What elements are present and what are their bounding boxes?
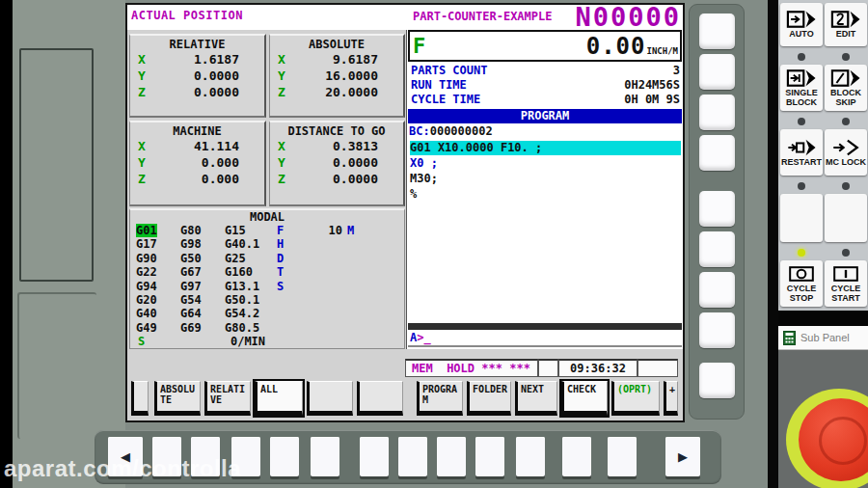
alarm-stars: *** *** [481, 362, 530, 376]
mc-lock-button[interactable]: MC LOCK [825, 129, 867, 176]
bottom-key[interactable] [437, 437, 466, 476]
program-line: X0 ; [410, 156, 681, 171]
cycle-start-icon [830, 264, 861, 284]
auto-icon [786, 10, 817, 29]
blank-button[interactable] [825, 194, 867, 242]
program-header-bar: PROGRAM [408, 109, 682, 123]
page-title: ACTUAL POSITION [131, 9, 243, 22]
axis-value: 1.6187 [167, 51, 264, 68]
page-left-key[interactable]: ◀ [108, 437, 143, 476]
axis-label: Z [278, 171, 307, 187]
side-key[interactable] [699, 135, 735, 171]
softkey-blank[interactable] [307, 381, 353, 416]
side-key[interactable] [699, 312, 735, 348]
modal-row: G01 G80 G15 F 10 M [130, 224, 404, 237]
restart-button[interactable]: RESTART [780, 129, 823, 176]
cycle-start-indicator-led [842, 249, 850, 257]
axis-label: Z [278, 84, 307, 100]
position-box-title: RELATIVE [130, 38, 264, 51]
pane-divider [406, 30, 407, 349]
position-box-absolute: ABSOLUTE X9.6187 Y16.0000 Z20.0000 [269, 34, 405, 118]
modal-row: G94 G97 G13.1 S [130, 280, 404, 293]
cycle-time-row: CYCLE TIME 0H 0M 9S [408, 93, 680, 107]
axis-value: 0.3813 [307, 138, 403, 154]
modal-row: G17 G98 G40.1 H [130, 237, 404, 251]
cycle-stop-button[interactable]: CYCLE STOP [780, 260, 823, 307]
page-right-key[interactable]: ▶ [665, 437, 700, 476]
bottom-key[interactable] [191, 437, 220, 476]
bottom-key[interactable] [398, 437, 427, 476]
panel-separator [778, 311, 868, 326]
program-window-divider [408, 323, 682, 330]
block-number: N00000 [575, 2, 681, 32]
side-key[interactable] [699, 191, 735, 227]
softkey-absolute[interactable]: ABSOLUTE [154, 381, 201, 416]
sub-panel-bar[interactable]: Sub Panel [778, 326, 868, 350]
parts-count-row: PARTS COUNT 3 [408, 64, 680, 78]
softkey-next[interactable]: NEXT [515, 381, 557, 416]
axis-label: Y [138, 68, 167, 84]
softkey-blank[interactable] [357, 381, 403, 416]
mdi-prompt-line: A>_ [408, 331, 682, 347]
block-counter-line: BC:000000002 [409, 124, 493, 139]
side-key[interactable] [699, 231, 735, 267]
single-block-button[interactable]: SINGLE BLOCK [780, 65, 823, 111]
bottom-key[interactable] [152, 437, 181, 476]
axis-label: X [278, 51, 307, 68]
bottom-key[interactable] [608, 437, 637, 476]
axis-label: Y [138, 154, 167, 171]
axis-value: 0.000 [167, 154, 264, 171]
modal-row: G20 G54 G50.1 [130, 293, 404, 307]
softkey-oprt[interactable]: (OPRT) [611, 381, 660, 416]
axis-value: 41.114 [167, 138, 264, 154]
side-key[interactable] [699, 363, 735, 398]
softkey-folder[interactable]: FOLDER [467, 381, 511, 416]
block-skip-indicator-led [842, 118, 850, 125]
softkey-all[interactable]: ALL [255, 381, 303, 416]
bottom-key[interactable] [231, 437, 260, 476]
axis-label: X [138, 51, 167, 68]
mc-lock-indicator-led [842, 182, 850, 190]
side-key[interactable] [699, 54, 735, 90]
softkey-plus[interactable]: + [664, 381, 678, 416]
cursor: _ [423, 331, 430, 344]
cycle-start-button[interactable]: CYCLE START [825, 260, 867, 307]
bottom-key[interactable] [270, 437, 299, 476]
side-key[interactable] [699, 272, 735, 308]
mc-lock-icon [830, 138, 861, 157]
run-time-row: RUN TIME 0H24M56S [408, 78, 680, 93]
axis-value: 20.0000 [307, 84, 403, 100]
softkey-program[interactable]: PROGRAM [417, 381, 463, 416]
block-skip-icon [830, 68, 861, 88]
status-bar: MEM HOLD *** *** 09:36:32 [405, 359, 678, 377]
softkey-check[interactable]: CHECK [561, 381, 608, 416]
axis-label: X [138, 138, 167, 154]
blank-button[interactable] [780, 194, 823, 242]
modal-gcode-box: MODAL G01 G80 G15 F 10 M G17 G98 G40.1 H… [129, 208, 405, 349]
single-block-icon [786, 68, 817, 88]
edit-button[interactable]: EDIT [825, 3, 867, 46]
feed-label: F [413, 36, 425, 57]
softkey-relative[interactable]: RELATIVE [204, 381, 251, 416]
side-key[interactable] [699, 14, 735, 49]
program-listing: G01 X10.0000 F10. ; X0 ; M30; % [410, 141, 681, 203]
softkey-return[interactable] [131, 381, 149, 416]
bottom-key[interactable] [360, 437, 389, 476]
auto-button[interactable]: AUTO [780, 3, 823, 46]
bottom-key[interactable] [311, 437, 339, 476]
active-gcode: G01 [136, 224, 157, 237]
mode-status-cell: MEM HOLD *** *** [405, 359, 538, 377]
block-skip-button[interactable]: BLOCK SKIP [825, 65, 867, 111]
estop-knob-detail [819, 417, 867, 465]
axis-value: 0.0000 [307, 171, 403, 187]
vertical-softkey-strip [689, 4, 745, 420]
bottom-key[interactable] [516, 437, 545, 476]
bottom-key[interactable] [562, 437, 591, 476]
position-box-title: ABSOLUTE [270, 38, 403, 51]
bottom-key[interactable] [475, 437, 504, 476]
softkey-row: ABSOLUTE RELATIVE ALL PROGRAM FOLDER NEX… [127, 378, 683, 420]
program-name: PART-COUNTER-EXAMPLE [413, 10, 553, 23]
side-key[interactable] [699, 95, 735, 130]
status-spacer-cell [637, 359, 678, 377]
display-screen: ACTUAL POSITION PART-COUNTER-EXAMPLE N00… [125, 3, 685, 422]
